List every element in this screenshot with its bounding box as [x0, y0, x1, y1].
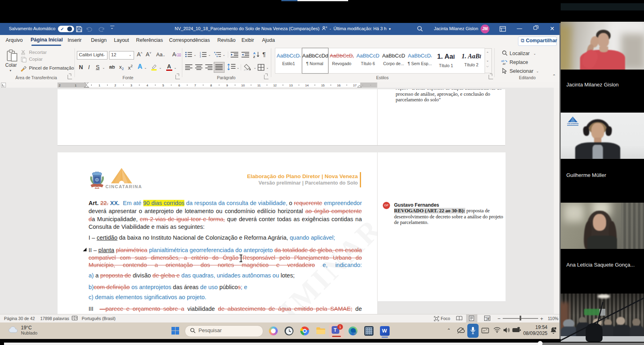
svg-text:ab: ab [501, 60, 504, 62]
svg-text:A: A [253, 51, 256, 55]
svg-text:R: R [326, 26, 327, 29]
svg-text:1: 1 [75, 84, 77, 87]
svg-text:ac: ac [503, 62, 506, 65]
svg-text:3: 3 [200, 55, 201, 58]
svg-text:2: 2 [59, 84, 61, 87]
svg-text:Z: Z [253, 55, 255, 58]
